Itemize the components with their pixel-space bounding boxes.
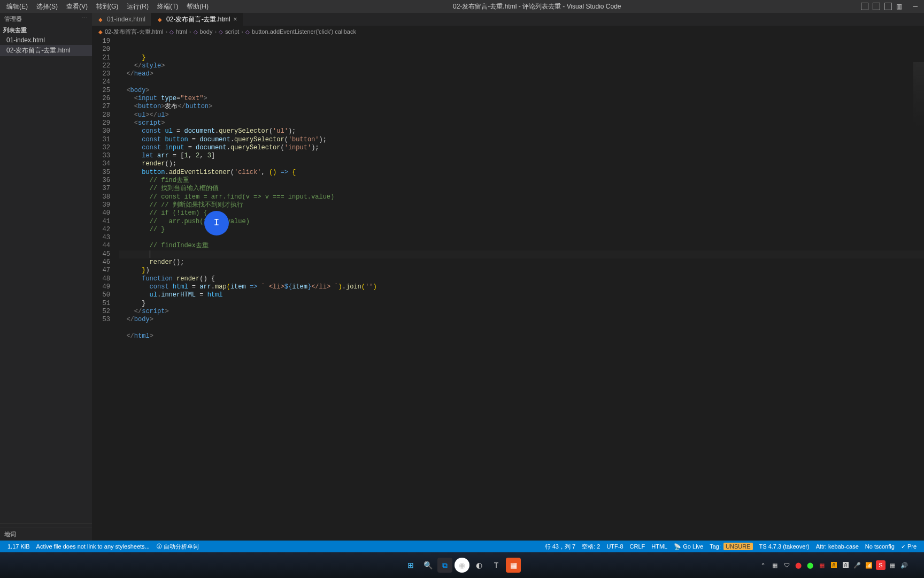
line-number-gutter: 1920212223242526272829303132333435363738… <box>92 37 119 541</box>
symbol-icon: ◇ <box>219 29 223 35</box>
symbol-icon: ◇ <box>194 29 198 35</box>
chevron-right-icon: › <box>165 28 167 35</box>
window-minimize-icon[interactable]: ─ <box>906 3 918 10</box>
tab-label: 02-发布留言-去重.html <box>166 15 230 24</box>
menu-edit[interactable]: 编辑(E) <box>2 2 32 11</box>
windows-taskbar: ⊞ 🔍 ⧉ ◉ ◐ T ▦ ^ ▦ 🛡 ⬤ ⬤ ▦ 🅰 🅰 🎤 📶 S ▦ 🔊 <box>0 552 924 578</box>
code-content[interactable]: } </style> </head> <body> <input type="t… <box>119 37 924 541</box>
editor-tabs: ◆ 01-index.html ◆ 02-发布留言-去重.html × <box>92 13 924 26</box>
explorer-sidebar: 管理器 ⋯ 列表去重 01-index.html 02-发布留言-去重.html… <box>0 13 92 541</box>
code-editor[interactable]: 1920212223242526272829303132333435363738… <box>92 37 924 541</box>
sb-filesize[interactable]: 1.17 KiB <box>4 543 33 550</box>
sb-golive[interactable]: 📡 Go Live <box>671 543 706 550</box>
tab-01-index[interactable]: ◆ 01-index.html <box>92 13 151 26</box>
breadcrumb-item[interactable]: button.addEventListener('click') callbac… <box>252 28 356 35</box>
menubar: 编辑(E) 选择(S) 查看(V) 转到(G) 运行(R) 终端(T) 帮助(H… <box>0 0 924 13</box>
tray-icon[interactable]: ▦ <box>888 560 897 570</box>
layout-primary-icon[interactable] <box>861 3 868 10</box>
tray-icon[interactable]: ▦ <box>770 560 780 570</box>
tray-network-icon[interactable]: 📶 <box>864 560 874 570</box>
explorer-label: 管理器 <box>4 15 22 23</box>
sb-eol[interactable]: CRLF <box>627 543 649 550</box>
sb-encoding[interactable]: UTF-8 <box>603 543 626 550</box>
start-button[interactable]: ⊞ <box>403 558 418 573</box>
chrome-app-icon[interactable]: ◉ <box>455 558 469 573</box>
files-app-icon[interactable]: ▦ <box>506 558 521 573</box>
layout-secondary-icon[interactable] <box>884 3 892 10</box>
sb-cursor-pos[interactable]: 行 43，列 7 <box>542 543 579 551</box>
sb-tag[interactable]: Tag: UNSURE <box>706 543 756 550</box>
breadcrumb-item[interactable]: script <box>225 28 239 35</box>
sb-attr-case[interactable]: Attr: kebab-case <box>813 543 862 550</box>
sb-prettier[interactable]: ✓ Pre <box>898 543 920 550</box>
tray-icon[interactable]: ⬤ <box>794 560 803 570</box>
sb-indent[interactable]: 空格: 2 <box>579 543 603 551</box>
tray-mic-icon[interactable]: 🎤 <box>852 560 862 570</box>
tray-expand-icon[interactable]: ^ <box>758 560 768 570</box>
broadcast-icon: 📡 <box>674 543 681 550</box>
project-folder[interactable]: 列表去重 <box>0 25 92 35</box>
tray-volume-icon[interactable]: 🔊 <box>899 560 909 570</box>
layout-customize-icon[interactable]: ▥ <box>896 3 902 10</box>
timeline-section[interactable]: 地词 <box>0 528 92 541</box>
html-file-icon: ◆ <box>98 29 103 35</box>
tab-02-publish[interactable]: ◆ 02-发布留言-去重.html × <box>151 13 243 26</box>
breadcrumb-item[interactable]: 02-发布留言-去重.html <box>105 28 163 36</box>
menu-select[interactable]: 选择(S) <box>32 2 62 11</box>
breadcrumb-item[interactable]: html <box>176 28 187 35</box>
tray-icon[interactable]: 🅰 <box>829 560 838 570</box>
search-icon[interactable]: 🔍 <box>420 558 435 573</box>
tab-label: 01-index.html <box>107 16 145 23</box>
cursor-indicator-overlay: I <box>204 211 229 235</box>
chevron-right-icon: › <box>189 28 191 35</box>
check-icon: ✓ <box>901 543 906 550</box>
symbol-icon: ◇ <box>170 29 174 35</box>
tray-icon[interactable]: ▦ <box>817 560 827 570</box>
tray-icon[interactable] <box>911 560 921 570</box>
tray-icon[interactable]: 🅰 <box>841 560 850 570</box>
menu-goto[interactable]: 转到(G) <box>92 2 122 11</box>
menu-view[interactable]: 查看(V) <box>62 2 92 11</box>
window-title: 02-发布留言-去重.html - 评论列表去重 - Visual Studio… <box>213 2 861 11</box>
sb-auto-analyze[interactable]: 🛈 自动分析单词 <box>153 543 202 551</box>
explorer-more-icon[interactable]: ⋯ <box>82 15 88 23</box>
sb-ts-version[interactable]: TS 4.7.3 (takeover) <box>756 543 813 550</box>
sb-language[interactable]: HTML <box>648 543 671 550</box>
tray-icon[interactable]: ⬤ <box>805 560 815 570</box>
statusbar: 1.17 KiB Active file does not link to an… <box>0 541 924 552</box>
vscode-app-icon[interactable]: ⧉ <box>437 558 452 573</box>
file-tree-item[interactable]: 01-index.html <box>0 35 92 45</box>
layout-panel-icon[interactable] <box>873 3 880 10</box>
menu-help[interactable]: 帮助(H) <box>182 2 213 11</box>
text-app-icon[interactable]: T <box>489 558 504 573</box>
breadcrumbs[interactable]: ◆ 02-发布留言-去重.html › ◇ html › ◇ body › ◇ … <box>92 26 924 37</box>
breadcrumb-item[interactable]: body <box>200 28 213 35</box>
close-tab-icon[interactable]: × <box>233 16 237 23</box>
tray-ime-icon[interactable]: S <box>876 560 886 570</box>
info-icon: 🛈 <box>156 543 162 550</box>
html-file-icon: ◆ <box>97 16 104 22</box>
html-file-icon: ◆ <box>157 16 163 22</box>
sb-tsconfig[interactable]: No tsconfig <box>862 543 898 550</box>
sb-stylesheet-info[interactable]: Active file does not link to any stylesh… <box>33 543 153 550</box>
menu-terminal[interactable]: 终端(T) <box>153 2 182 11</box>
chevron-right-icon: › <box>214 28 217 35</box>
edge-app-icon[interactable]: ◐ <box>472 558 487 573</box>
chevron-right-icon: › <box>241 28 243 35</box>
file-tree-item[interactable]: 02-发布留言-去重.html <box>0 45 92 56</box>
tray-shield-icon[interactable]: 🛡 <box>782 560 791 570</box>
symbol-icon: ◇ <box>245 29 250 35</box>
menu-run[interactable]: 运行(R) <box>122 2 153 11</box>
minimap[interactable] <box>913 62 924 126</box>
outline-section[interactable] <box>0 523 92 528</box>
